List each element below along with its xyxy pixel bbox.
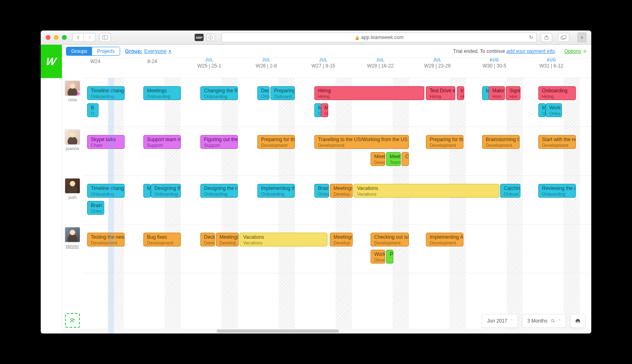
task-card[interactable]: Designing theOnboarding <box>151 184 181 198</box>
week-column[interactable]: JULW29 | 23-29 <box>409 58 466 69</box>
person-header[interactable]: nina <box>62 78 83 102</box>
options-link[interactable]: Options <box>564 48 587 54</box>
task-card[interactable]: VacationsVacations <box>353 184 499 198</box>
task-card[interactable]: Brainstorming thDevelopment <box>482 135 520 149</box>
reload-icon[interactable]: ↻ <box>529 35 533 40</box>
task-card[interactable]: MakinHirin <box>489 86 505 100</box>
task-card[interactable]: M <box>143 184 151 198</box>
week-column[interactable]: 8-24 <box>124 58 181 64</box>
avatar[interactable] <box>65 227 80 242</box>
zoom-picker[interactable]: 3 Months ˄ <box>522 314 566 328</box>
week-column[interactable]: AUGW30 | 30-5 <box>466 58 523 69</box>
task-project: Devel <box>204 240 211 246</box>
task-card[interactable]: Preparing for theDevelopment <box>257 135 295 149</box>
back-button[interactable] <box>72 33 84 42</box>
task-card[interactable]: Implementing theOnboarding <box>257 184 295 198</box>
week-column[interactable]: JULW25 | 25-1 <box>181 58 238 69</box>
task-project: Onboarding <box>261 191 291 197</box>
task-card[interactable]: VacationsVacations <box>239 233 327 246</box>
task-card[interactable]: MeetingsDevelop <box>330 233 353 246</box>
task-card[interactable]: Designing the neOnboarding <box>200 184 238 198</box>
timeline-rows: ninaTimeline changesOnboardingMeetingsOn… <box>83 78 591 273</box>
avatar[interactable] <box>65 129 80 145</box>
task-card[interactable]: Skype talksChats <box>87 135 125 149</box>
task-card[interactable]: Reviewing the cuOnboarding <box>538 184 576 198</box>
week-column[interactable]: JULW28 | 16-22 <box>352 58 409 69</box>
info-icon[interactable]: ⓘ <box>206 34 215 41</box>
task-card[interactable]: Bug fixesDevelopment <box>143 233 181 246</box>
task-card[interactable]: P <box>386 250 393 264</box>
week-column[interactable]: JULW27 | 9-15 <box>295 58 352 69</box>
task-card[interactable]: BO <box>87 103 99 117</box>
person-header[interactable]: joanne <box>62 127 83 151</box>
task-card[interactable]: Travelling to the US/Working from the US… <box>314 135 409 149</box>
timeline[interactable]: ninaTimeline changesOnboardingMeetingsOn… <box>62 78 591 333</box>
task-card[interactable]: MeetiTeam <box>386 152 401 166</box>
address-bar[interactable]: 🔒 app.teamweek.com ↻ <box>222 33 537 42</box>
task-card[interactable]: HiringHiring <box>314 86 424 100</box>
task-card[interactable]: MeetingsOnboarding <box>143 86 181 100</box>
task-card[interactable]: MH <box>321 103 328 117</box>
task-card[interactable]: Testing the newDevelopment <box>87 233 125 246</box>
maximize-window-button[interactable] <box>62 35 67 40</box>
task-card[interactable]: Implementing A/Development <box>426 233 463 246</box>
person-header[interactable]: steven <box>62 225 83 248</box>
task-card[interactable]: SigniHirir <box>506 86 520 100</box>
task-card[interactable]: MeetingsDevelop <box>216 233 239 246</box>
week-column[interactable]: AUGW32 | 13-19 <box>580 58 591 69</box>
task-card[interactable]: MeetiDevel <box>371 152 385 166</box>
task-card[interactable]: Figuring out theSupport <box>200 135 238 149</box>
share-button[interactable] <box>541 33 552 42</box>
task-card[interactable]: Start with the neDevelopment <box>538 135 576 149</box>
person-header[interactable]: josh <box>62 176 83 200</box>
tab-groups[interactable]: Groups <box>66 47 92 55</box>
task-card[interactable]: InH <box>457 86 464 100</box>
search-icon <box>551 318 555 323</box>
task-card[interactable]: Timeline changesOnboarding <box>87 184 125 198</box>
task-title: Vacations <box>357 185 496 191</box>
task-card[interactable]: MeetingsDevelop <box>330 184 353 198</box>
task-title: B <box>91 105 95 111</box>
forward-button[interactable] <box>84 33 95 42</box>
task-card[interactable]: Support team meSupport <box>143 135 181 149</box>
task-card[interactable]: WorkDevel <box>371 250 385 264</box>
week-column[interactable]: JULW26 | 2-8 <box>238 58 295 69</box>
scrollbar-thumb[interactable] <box>217 329 339 333</box>
week-column[interactable]: W24 <box>67 58 124 64</box>
task-lane: WorkDevelP <box>83 250 591 265</box>
new-tab-button[interactable]: + <box>577 33 586 42</box>
trial-text: Trial ended. To continue <box>453 48 507 54</box>
task-card[interactable]: DecidOnb <box>257 86 270 100</box>
adblock-icon[interactable]: ABP <box>195 34 204 41</box>
tabs-button[interactable] <box>558 33 569 42</box>
task-card[interactable]: Changing the flowOnboarding <box>200 86 238 100</box>
close-window-button[interactable] <box>46 35 50 40</box>
minimize-window-button[interactable] <box>54 35 59 40</box>
chevron-up-icon: ˄ <box>511 319 513 323</box>
avatar[interactable] <box>65 81 80 96</box>
task-card[interactable]: C <box>402 152 409 166</box>
task-card[interactable]: MO <box>538 103 546 117</box>
avatar[interactable] <box>65 178 80 194</box>
task-card[interactable]: CatchingOnboar <box>500 184 520 198</box>
week-column[interactable]: AUGW31 | 6-12 <box>523 58 580 69</box>
task-card[interactable]: Checking out issuDevelopment <box>371 233 409 246</box>
horizontal-scrollbar[interactable] <box>62 329 591 333</box>
task-card[interactable]: PreparingOnboard <box>270 86 295 100</box>
task-card[interactable]: OnboardingHiring <box>538 86 576 100</box>
task-card[interactable]: Preparing for theDevelopment <box>426 135 463 149</box>
app-logo[interactable]: W <box>41 45 62 78</box>
month-picker[interactable]: Jun 2017 ˄ <box>482 314 518 328</box>
task-card[interactable]: WorkOnbo <box>546 103 562 117</box>
tab-projects[interactable]: Projects <box>92 47 119 55</box>
task-card[interactable]: BrainOnbo <box>87 201 104 215</box>
group-selector[interactable]: Group: Everyone ▼ <box>125 48 172 54</box>
print-button[interactable] <box>570 314 586 328</box>
task-card[interactable]: BrainOnbo <box>314 184 329 198</box>
task-card[interactable]: Test Drive weHiring <box>426 86 455 100</box>
task-card[interactable]: DecidDevel <box>200 233 215 246</box>
task-card[interactable]: Timeline changesOnboarding <box>87 86 125 100</box>
add-person-button[interactable] <box>65 313 80 328</box>
sidebar-button[interactable] <box>99 33 111 42</box>
add-payment-link[interactable]: add your payment info <box>507 48 555 54</box>
